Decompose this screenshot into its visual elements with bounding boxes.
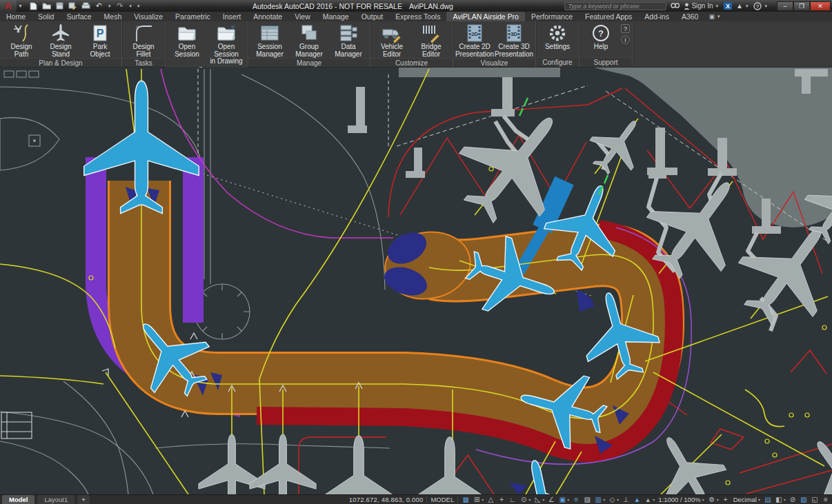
ribbon-tab-home[interactable]: Home	[0, 12, 32, 21]
undo-icon[interactable]: ↶	[94, 1, 104, 10]
annotation-scale-button[interactable]: 1:1000 / 100%▾	[658, 496, 704, 503]
ribbon-tab-performance[interactable]: Performance	[525, 12, 579, 21]
open-file-icon[interactable]	[41, 1, 52, 10]
snap-mode-icon[interactable]: ⊞▾	[473, 496, 484, 503]
vehicle-editor-button[interactable]: Vehicle Editor	[373, 22, 411, 58]
minimize-button[interactable]: –	[777, 1, 793, 11]
open-session-icon	[177, 23, 197, 43]
drawing-canvas[interactable]	[0, 68, 832, 494]
help-button[interactable]: ?Help	[582, 22, 620, 51]
clean-screen-icon[interactable]: ◱	[811, 496, 819, 503]
sign-in-button[interactable]: Sign In ▾	[684, 2, 720, 10]
ribbon-tab-output[interactable]: Output	[355, 12, 390, 21]
graphics-performance-icon[interactable]: ▧	[800, 496, 808, 503]
transparency-icon[interactable]: ▨	[583, 496, 591, 503]
plot-icon[interactable]	[81, 1, 91, 10]
space-toggle[interactable]: MODEL	[430, 496, 454, 503]
svg-text:3D: 3D	[511, 31, 517, 37]
redo-icon[interactable]: ↷	[115, 1, 125, 10]
close-button[interactable]: ✕	[810, 1, 831, 11]
exchange-apps-icon[interactable]: X	[724, 2, 732, 10]
open-session-drawing-icon	[216, 23, 237, 43]
ribbon-tab-view[interactable]: View	[288, 12, 317, 21]
design-path-icon	[11, 23, 32, 43]
dynamic-ucs-icon[interactable]: ⊥	[622, 496, 630, 503]
svg-text:P: P	[97, 28, 104, 39]
ribbon-group-label: Manage	[248, 58, 370, 67]
autocad-logo-icon[interactable]: A	[0, 0, 17, 12]
ribbon-tab-add-ins[interactable]: Add-ins	[638, 12, 675, 21]
park-object-button[interactable]: PPark Object	[81, 22, 119, 58]
bridge-editor-button[interactable]: Bridge Editor	[412, 22, 450, 58]
help-topics-icon[interactable]: ?	[621, 24, 630, 33]
lineweight-icon[interactable]: ≡	[572, 496, 580, 503]
ribbon-tab-surface[interactable]: Surface	[60, 12, 97, 21]
ribbon-tab-insert[interactable]: Insert	[217, 12, 247, 21]
selection-cycling-icon[interactable]: ▥▾	[594, 496, 605, 503]
annotation-visibility-icon[interactable]: ▲	[633, 496, 641, 503]
ribbon-tab-manage[interactable]: Manage	[317, 12, 355, 21]
design-fillet-button[interactable]: Design Fillet	[124, 22, 163, 58]
grid-display-icon[interactable]: ▦	[462, 496, 470, 503]
design-stand-button[interactable]: Design Stand	[41, 22, 80, 58]
svg-text:?: ?	[598, 28, 604, 39]
create-2d-icon: 2D	[464, 23, 485, 43]
design-path-button[interactable]: Design Path	[2, 22, 41, 58]
object-snap-tracking-icon[interactable]: ∠	[547, 496, 555, 503]
model-tab[interactable]: Model	[2, 495, 34, 504]
ribbon-tab-parametric[interactable]: Parametric	[169, 12, 217, 21]
new-layout-button[interactable]: +	[77, 495, 90, 504]
layout1-tab[interactable]: Layout1	[37, 495, 75, 504]
button-label: Group Manager	[295, 43, 322, 58]
help-menu-icon[interactable]: ? ▾	[753, 2, 769, 10]
save-as-icon[interactable]	[68, 1, 78, 10]
settings-button[interactable]: Settings	[538, 22, 577, 51]
ribbon-tab-a360[interactable]: A360	[675, 12, 705, 21]
customization-menu-icon[interactable]: ≡	[822, 496, 830, 503]
redo-caret-icon[interactable]: ▾	[129, 3, 132, 9]
data-manager-button[interactable]: Data Manager	[329, 22, 368, 58]
autoscale-icon[interactable]: ▴▾	[644, 496, 655, 503]
infer-constraints-icon[interactable]: △	[486, 496, 495, 503]
isolate-objects-icon[interactable]: ⊘	[789, 496, 797, 503]
ribbon-tab-aviplan-airside-pro[interactable]: AviPLAN Airside Pro	[446, 12, 525, 21]
qat-customize-caret-icon[interactable]: ▾	[137, 3, 140, 9]
lock-ui-icon[interactable]: ◧▾	[775, 496, 786, 503]
restore-button[interactable]: ❐	[793, 1, 810, 11]
search-input[interactable]: Type a keyword or phrase	[564, 2, 666, 10]
app-menu-caret-icon[interactable]: ▼	[18, 3, 23, 8]
new-file-icon[interactable]	[28, 1, 39, 10]
ribbon-tab-annotate[interactable]: Annotate	[247, 12, 288, 21]
polar-tracking-icon[interactable]: ⊙▾	[519, 496, 531, 503]
save-file-icon[interactable]	[55, 1, 65, 10]
undo-caret-icon[interactable]: ▾	[108, 3, 111, 9]
ribbon-group-label: Customize	[370, 58, 453, 67]
ribbon-display-options-icon[interactable]: ▣▾	[704, 12, 725, 21]
ribbon-tab-express-tools[interactable]: Express Tools	[389, 12, 446, 21]
search-icon[interactable]	[671, 2, 680, 10]
group-manager-button[interactable]: Group Manager	[290, 22, 328, 58]
annotation-monitor-icon[interactable]: +	[722, 496, 730, 503]
communication-center-icon[interactable]: ▲▾	[736, 2, 749, 10]
dynamic-input-icon[interactable]: +	[497, 496, 506, 503]
ortho-mode-icon[interactable]: ∟	[508, 496, 517, 503]
ribbon-group-open: Open SessionOpen Session in DrawingOpen	[166, 21, 248, 67]
ribbon-tab-featured-apps[interactable]: Featured Apps	[579, 12, 638, 21]
quick-properties-icon[interactable]: ▤	[764, 496, 772, 503]
about-info-icon[interactable]: i	[621, 35, 630, 44]
open-session-in-drawing-button[interactable]: Open Session in Drawing	[207, 22, 246, 65]
ribbon-tab-visualize[interactable]: Visualize	[128, 12, 169, 21]
ribbon-tab-solid[interactable]: Solid	[32, 12, 60, 21]
create-3d-presentation-button[interactable]: 3DCreate 3D Presentation	[495, 22, 533, 58]
session-manager-button[interactable]: Session Manager	[250, 22, 289, 58]
object-snap-icon[interactable]: ▣▾	[558, 496, 569, 503]
coordinates-readout: 1072.672, 48.863, 0.000	[349, 496, 424, 503]
drawing-area[interactable]	[0, 68, 832, 494]
open-session-button[interactable]: Open Session	[168, 22, 206, 58]
workspace-switching-icon[interactable]: ⚙▾	[708, 496, 719, 503]
ribbon-tab-mesh[interactable]: Mesh	[98, 12, 128, 21]
create-2d-presentation-button[interactable]: 2DCreate 2D Presentation	[455, 22, 494, 58]
units-button[interactable]: Decimal▾	[733, 496, 760, 503]
3d-object-snap-icon[interactable]: ◇▾	[608, 496, 619, 503]
isometric-drafting-icon[interactable]: ◺▾	[533, 496, 544, 503]
